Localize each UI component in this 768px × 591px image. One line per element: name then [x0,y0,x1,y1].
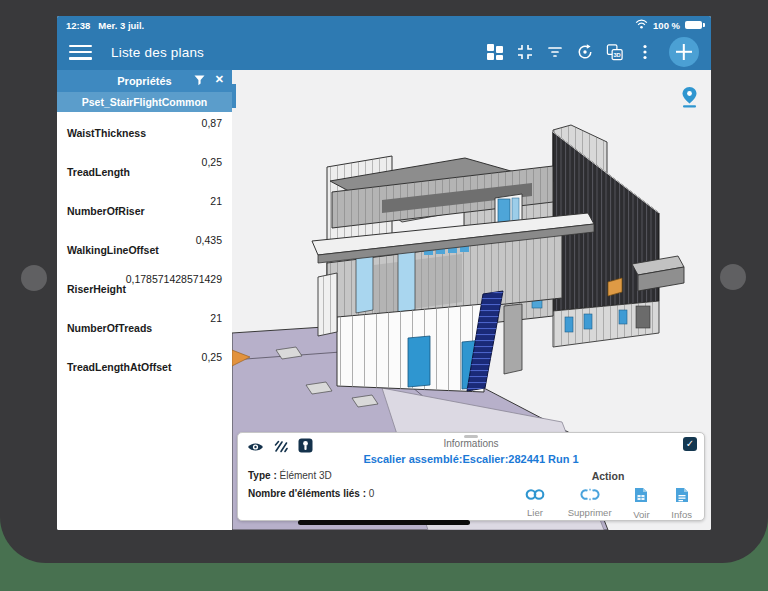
add-button[interactable] [669,37,699,67]
property-label: NumberOfTreads [67,322,152,334]
filter-icon[interactable] [546,43,564,61]
link-button[interactable]: Lier [524,487,546,520]
property-value: 0,178571428571429 [126,273,222,285]
property-label: TreadLengthAtOffset [67,361,171,373]
model-viewport[interactable]: Informations ✓ Escalier assemblé:Escalie… [232,70,711,530]
views-grid-icon[interactable] [486,43,504,61]
battery-icon [685,21,702,29]
isolate-element-icon[interactable] [298,438,313,457]
page-background: 12:38 Mer. 3 juil. 100 % Liste des plans [0,0,768,591]
overflow-menu-icon[interactable] [636,43,654,61]
status-bar: 12:38 Mer. 3 juil. 100 % [57,16,711,34]
property-row: NumberOfTreads 21 [57,307,232,346]
tablet-frame: 12:38 Mer. 3 juil. 100 % Liste des plans [0,0,768,563]
property-row: WalkingLineOffset 0,435 [57,229,232,268]
hatch-section-icon[interactable] [274,439,288,457]
unlink-button[interactable]: Supprimer [568,487,612,520]
link-icon [524,487,546,505]
view-button[interactable]: Voir [633,487,649,520]
map-pin-icon[interactable] [681,86,698,112]
properties-title: Propriétés [117,75,171,87]
select-checkbox[interactable]: ✓ [683,437,697,451]
building[interactable] [312,125,684,392]
property-value: 0,87 [202,117,222,129]
menu-icon[interactable] [69,45,92,60]
battery-percent: 100 % [653,20,680,31]
property-label: WalkingLineOffset [67,244,159,256]
properties-panel: Propriétés ✕ Pset_StairFlightCommon Wais… [57,70,232,530]
type-label: Type : [248,470,277,481]
linked-elements-label: Nombre d'éléments liés : [248,488,366,499]
page-title: Liste des plans [111,45,204,60]
app-toolbar: Liste des plans 3D [57,34,711,70]
status-date: Mer. 3 juil. [98,20,144,31]
tablet-camera-left [21,265,47,291]
home-indicator[interactable] [298,520,470,525]
property-value: 0,25 [202,156,222,168]
property-label: TreadLength [67,166,130,178]
wifi-icon [635,19,648,31]
property-value: 0,25 [202,351,222,363]
property-label: WaistThickness [67,127,146,139]
property-row: RiserHeight 0,178571428571429 [57,268,232,307]
views-3d-icon[interactable]: 3D [606,43,624,61]
tablet-camera-right [720,264,746,290]
visibility-eye-icon[interactable] [247,439,264,457]
property-row: TreadLengthAtOffset 0,25 [57,346,232,385]
app-screen: 12:38 Mer. 3 juil. 100 % Liste des plans [57,16,711,530]
property-value: 0,435 [196,234,222,246]
action-label: Action [524,470,692,482]
property-value: 21 [210,312,222,324]
property-value: 21 [210,195,222,207]
filter-funnel-icon[interactable] [194,75,205,88]
property-row: WaistThickness 0,87 [57,112,232,151]
status-time: 12:38 [66,20,90,31]
property-row: TreadLength 0,25 [57,151,232,190]
svg-text:3D: 3D [613,51,620,57]
document-view-icon [634,487,648,507]
pset-title: Pset_StairFlightCommon [57,92,232,112]
rotate-view-icon[interactable] [576,43,594,61]
property-row: NumberOfRiser 21 [57,190,232,229]
fit-screen-icon[interactable] [516,43,534,61]
type-value: Élément 3D [280,470,332,481]
document-info-icon [675,487,689,507]
close-icon[interactable]: ✕ [215,73,224,86]
unlink-icon [579,487,601,505]
infos-button[interactable]: Infos [671,487,692,520]
property-label: RiserHeight [67,283,126,295]
linked-elements-value: 0 [369,488,375,499]
information-panel: Informations ✓ Escalier assemblé:Escalie… [237,432,705,521]
property-label: NumberOfRiser [67,205,145,217]
